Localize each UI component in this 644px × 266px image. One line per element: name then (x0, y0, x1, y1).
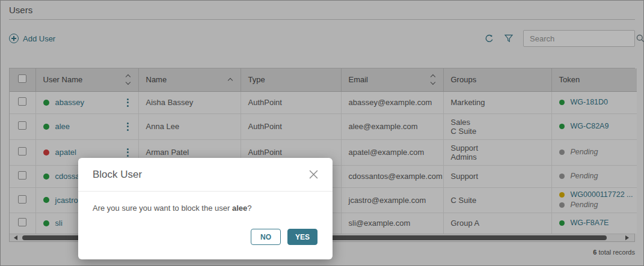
yes-button[interactable]: YES (287, 229, 317, 245)
dialog-actions: NO YES (251, 229, 317, 245)
dialog-header: Block User (78, 158, 333, 192)
dialog-message: Are you sure you want to block the user … (78, 192, 333, 213)
dialog-title: Block User (93, 169, 142, 181)
no-button[interactable]: NO (251, 229, 281, 245)
block-user-dialog: Block User Are you sure you want to bloc… (78, 158, 333, 259)
close-icon[interactable] (309, 170, 318, 179)
